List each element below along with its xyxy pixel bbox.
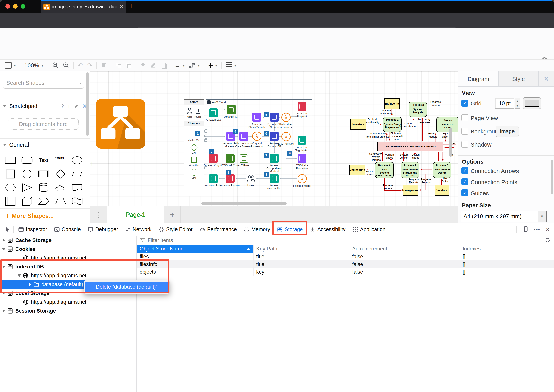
channel-api[interactable]: API (184, 144, 204, 154)
format-panel-close-icon[interactable]: ✕ (539, 71, 554, 86)
aws-node-amazon-lex[interactable] (209, 108, 218, 117)
minimize-window-button[interactable] (13, 4, 18, 9)
storage-tree-https-app-diagrams-net[interactable]: https://app.diagrams.net (0, 253, 137, 262)
flowchart-entity-engineering[interactable]: Engineering (384, 98, 400, 109)
new-tab-button[interactable]: + (129, 1, 133, 10)
tab-diagram[interactable]: Diagram (458, 71, 499, 86)
storage-tree-indexed-db[interactable]: Indexed DB (0, 262, 137, 271)
shape-rectangle[interactable] (5, 155, 16, 165)
aws-node-aws-lake-formation[interactable] (298, 154, 306, 163)
waypoint-style-button[interactable] (189, 62, 195, 69)
flowchart-process-process-5[interactable]: Process 5New System Design (433, 162, 451, 178)
shape-hexagon[interactable] (5, 183, 16, 192)
scratchpad-add-icon[interactable]: + (67, 103, 70, 109)
delete-button[interactable] (101, 62, 107, 69)
flowchart-entity-engineering[interactable]: Engineering (349, 165, 365, 175)
zoom-in-button[interactable] (52, 62, 58, 69)
aws-node-amazon-polly[interactable] (209, 174, 218, 183)
devtools-close-icon[interactable]: ✕ (545, 226, 550, 233)
devtools-tab-application[interactable]: Application (349, 223, 389, 236)
connection-points-checkbox[interactable]: ✓ (461, 178, 468, 185)
shape-square[interactable] (5, 169, 16, 179)
search-shapes-box[interactable] (3, 77, 84, 89)
aws-node-amazon-cognito[interactable] (209, 154, 218, 163)
shape-document[interactable] (71, 183, 83, 192)
column-header-key-path[interactable]: Key Path (254, 245, 349, 252)
devtools-tab-performance[interactable]: Performance (196, 223, 240, 236)
panel-collapse-handle[interactable]: ‖ (90, 161, 93, 167)
actor-user[interactable]: User (187, 107, 193, 118)
aws-node-amazon-sagemaker[interactable] (298, 136, 306, 145)
actor-payers[interactable]: Payers (194, 107, 201, 118)
search-icon[interactable] (79, 80, 81, 86)
aws-node-amazon-s3[interactable] (227, 105, 236, 114)
add-page-button[interactable]: + (164, 206, 180, 223)
scratchpad-edit-icon[interactable] (74, 104, 79, 109)
flowchart-process-process-7[interactable]: Process 7New System Startup and Testing (401, 162, 419, 178)
shape-cloud[interactable] (55, 183, 66, 192)
flowchart-process-proces[interactable]: ProcesDetail Ch Soluti (436, 117, 458, 132)
twisty-icon[interactable] (2, 266, 6, 268)
storage-tree-session-storage[interactable]: Session Storage (0, 307, 137, 315)
shadow-button[interactable] (161, 63, 166, 68)
table-button[interactable] (226, 62, 232, 69)
to-front-button[interactable] (116, 63, 121, 68)
tab-close-icon[interactable]: ✕ (119, 4, 124, 10)
shape-cube[interactable] (21, 196, 33, 206)
insert-button[interactable]: + (208, 61, 213, 70)
grid-checkbox[interactable]: ✓ (461, 100, 468, 107)
twisty-icon[interactable] (2, 248, 6, 250)
zoom-out-button[interactable] (63, 62, 69, 69)
aws-node-request-processor[interactable]: λ (252, 132, 262, 141)
zoom-level-button[interactable]: 100% (24, 62, 39, 69)
storage-tree-https-app-diagrams-net[interactable]: https://app.diagrams.net (0, 298, 137, 307)
twisty-icon[interactable] (2, 292, 6, 294)
column-header-auto-increment[interactable]: Auto Increment (349, 245, 460, 252)
canvas-horizontal-scrollbar[interactable] (201, 202, 287, 205)
devtools-tab-memory[interactable]: Memory (240, 223, 274, 236)
shape-trapezoid[interactable] (55, 196, 66, 206)
guides-checkbox[interactable]: ✓ (461, 189, 468, 196)
aws-node-dynamodb-streams[interactable] (270, 113, 279, 122)
flowchart-process-process-6[interactable]: Process 6New System Construction (375, 162, 394, 178)
fill-color-button[interactable] (140, 62, 146, 69)
channel-wearables[interactable]: Wearables (184, 157, 204, 166)
close-window-button[interactable] (5, 4, 10, 9)
shape-triangle[interactable] (21, 183, 33, 192)
devtools-tab-network[interactable]: Network (122, 223, 155, 236)
aws-node-subscriber-processor[interactable]: λ (281, 113, 291, 122)
filter-items-input[interactable] (148, 238, 542, 243)
flowchart-banner[interactable]: ON-DEMAND SYSTEM DEVELOPMENT (377, 142, 443, 151)
connection-arrows-checkbox[interactable]: ✓ (461, 167, 468, 174)
responsive-design-icon[interactable] (523, 226, 529, 233)
refresh-icon[interactable] (545, 237, 551, 244)
storage-tree-https-app-diagrams-net[interactable]: https://app.diagrams.net (0, 271, 137, 280)
drawio-logo-shape[interactable] (96, 99, 145, 149)
shape-rounded-rectangle[interactable] (21, 155, 33, 165)
devtools-tab-style-editor[interactable]: Style Editor (155, 223, 196, 236)
aws-node-erl-function[interactable]: λ (281, 132, 291, 141)
devtools-tab-accessibility[interactable]: Accessibility (306, 223, 349, 236)
grid-size-input[interactable]: 10 pt (495, 98, 514, 109)
aws-node-amazon-pinpoint[interactable] (226, 174, 235, 183)
element-picker-icon[interactable] (0, 226, 14, 233)
paper-size-select[interactable]: A4 (210 mm x 297 mm) ▼ (461, 211, 547, 222)
actors-channels-panel[interactable]: Actors UserPayers Channels Mobile / WebA… (184, 99, 204, 196)
shape-tape[interactable] (71, 196, 83, 206)
undo-button[interactable]: ↶ (78, 62, 83, 69)
page-view-checkbox[interactable] (461, 114, 468, 121)
aws-node-amazon-elasticsearch[interactable] (252, 113, 261, 122)
devtools-menu-icon[interactable]: ••• (534, 227, 540, 232)
channel-mobile-web[interactable]: Mobile / Web (184, 129, 204, 141)
context-menu-delete-item[interactable]: Delete “database (default)” (85, 281, 168, 293)
twisty-icon[interactable] (3, 238, 5, 242)
column-header-indexes[interactable]: Indexes (460, 245, 554, 252)
twisty-icon[interactable] (3, 309, 5, 313)
format-panel-scrollbar[interactable] (551, 160, 553, 194)
shape-circle[interactable] (21, 169, 33, 179)
scratchpad-help-icon[interactable]: ? (61, 103, 64, 109)
devtools-tab-console[interactable]: Console (51, 223, 84, 236)
devtools-tab-storage[interactable]: Storage (274, 223, 306, 236)
shape-diamond[interactable] (55, 169, 66, 179)
twisty-icon[interactable] (18, 274, 21, 277)
